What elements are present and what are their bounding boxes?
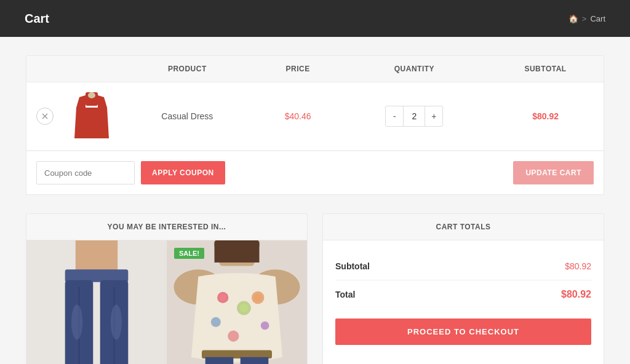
svg-marker-3 (76, 95, 86, 108)
breadcrumb-current: Cart (590, 14, 605, 23)
recommendations-panel: YOU MAY BE INTERESTED IN... (26, 213, 308, 364)
col-quantity-header: QUANTITY (341, 56, 487, 82)
proceed-to-checkout-button[interactable]: PROCEED TO CHECKOUT (335, 318, 591, 345)
total-row: Total $80.92 (335, 280, 591, 309)
col-product-header: PRODUCT (120, 56, 255, 82)
recommendations-header: YOU MAY BE INTERESTED IN... (26, 214, 307, 240)
cart-table-header-row: PRODUCT PRICE QUANTITY SUBTOTAL (26, 56, 604, 82)
cart-totals-panel: CART TOTALS Subtotal $80.92 Total $80.92… (322, 213, 604, 364)
coupon-area: APPLY COUPON (36, 161, 225, 184)
table-row: Casual Dress $40.46 - + $80.92 (26, 82, 604, 151)
svg-point-23 (240, 304, 249, 312)
col-remove (26, 56, 63, 82)
list-item[interactable]: SALE! (167, 240, 307, 364)
cart-table-wrapper: PRODUCT PRICE QUANTITY SUBTOTAL (26, 55, 604, 195)
main-content: PRODUCT PRICE QUANTITY SUBTOTAL (14, 37, 616, 364)
remove-item-button[interactable] (36, 108, 54, 125)
svg-point-28 (261, 322, 269, 330)
svg-point-26 (255, 294, 261, 301)
floral-top-image (167, 240, 307, 364)
product-price: $40.46 (255, 82, 341, 151)
recommendations-body: SALE! (26, 240, 307, 364)
total-value: $80.92 (561, 289, 591, 300)
product-name: Casual Dress (120, 82, 255, 151)
quantity-decrease-button[interactable]: - (386, 106, 403, 126)
page-title: Cart (25, 12, 49, 26)
svg-point-14 (71, 304, 82, 339)
close-icon (42, 113, 48, 119)
total-label: Total (335, 290, 355, 299)
svg-point-6 (88, 92, 95, 98)
rec-item-image-1 (26, 240, 167, 364)
svg-marker-4 (98, 95, 107, 108)
subtotal-label: Subtotal (335, 261, 370, 271)
quantity-input[interactable] (403, 106, 425, 126)
col-price-header: PRICE (255, 56, 341, 82)
cart-actions: APPLY COUPON UPDATE CART (26, 151, 604, 194)
product-image (73, 92, 110, 138)
svg-rect-30 (205, 357, 234, 364)
svg-point-21 (220, 294, 226, 301)
subtotal-value: $80.92 (565, 261, 591, 271)
product-subtotal: $80.92 (487, 82, 604, 151)
cart-table: PRODUCT PRICE QUANTITY SUBTOTAL (26, 56, 604, 151)
svg-rect-33 (215, 242, 260, 263)
quantity-increase-button[interactable]: + (425, 106, 442, 126)
rec-item-image-2 (167, 240, 307, 364)
list-item[interactable] (26, 240, 167, 364)
svg-rect-8 (76, 240, 118, 273)
breadcrumb: 🏠 > Cart (568, 14, 605, 23)
svg-marker-5 (74, 108, 109, 138)
subtotal-row: Subtotal $80.92 (335, 253, 591, 280)
apply-coupon-button[interactable]: APPLY COUPON (141, 161, 225, 184)
svg-point-15 (111, 304, 122, 339)
svg-point-24 (211, 317, 221, 327)
svg-rect-31 (241, 357, 269, 364)
update-cart-button[interactable]: UPDATE CART (513, 161, 594, 184)
quantity-control: - + (385, 106, 443, 127)
jeans-image (26, 240, 167, 364)
col-image (63, 56, 120, 82)
bottom-section: YOU MAY BE INTERESTED IN... (26, 213, 604, 364)
cart-totals-body: Subtotal $80.92 Total $80.92 PROCEED TO … (323, 240, 604, 357)
sale-badge: SALE! (174, 248, 204, 259)
breadcrumb-home[interactable]: 🏠 (568, 14, 578, 23)
cart-totals-header: CART TOTALS (323, 214, 604, 240)
coupon-input[interactable] (36, 161, 135, 184)
breadcrumb-separator: > (582, 14, 587, 23)
page-header: Cart 🏠 > Cart (0, 0, 630, 37)
svg-point-27 (228, 330, 239, 341)
col-subtotal-header: SUBTOTAL (487, 56, 604, 82)
